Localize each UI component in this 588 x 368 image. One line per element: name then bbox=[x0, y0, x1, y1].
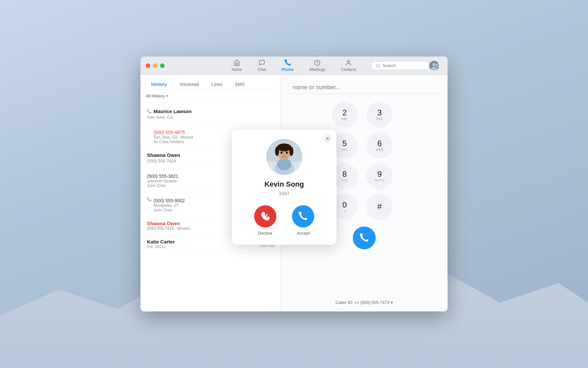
accept-button[interactable] bbox=[292, 205, 314, 227]
caller-name: Maurice Lawson bbox=[154, 109, 192, 114]
caller-avatar bbox=[266, 139, 302, 175]
decline-icon bbox=[261, 212, 270, 221]
search-icon bbox=[376, 63, 381, 68]
nav-tabs: Home Chat Phone bbox=[229, 58, 359, 73]
sub-tabs: History Voicemail Lines SMS bbox=[140, 75, 281, 90]
modal-close-button[interactable]: ✕ bbox=[323, 134, 332, 143]
nav-label-contacts: Contacts bbox=[341, 67, 356, 72]
phone-icon bbox=[284, 59, 291, 66]
svg-point-12 bbox=[277, 143, 291, 151]
accept-icon bbox=[299, 212, 308, 221]
traffic-lights bbox=[146, 63, 165, 68]
search-input[interactable] bbox=[383, 63, 425, 68]
filter-label: All History bbox=[146, 93, 165, 98]
decline-button[interactable] bbox=[254, 205, 276, 227]
incoming-caller-name: Kevin Song bbox=[264, 180, 304, 189]
online-status-dot bbox=[436, 64, 440, 67]
key-9[interactable]: 9 WXYZ bbox=[367, 163, 393, 189]
nav-item-chat[interactable]: Chat bbox=[255, 58, 269, 73]
nav-item-home[interactable]: Home bbox=[229, 58, 245, 73]
key-3[interactable]: 3 DEF bbox=[367, 102, 393, 128]
phone-call-icon bbox=[147, 197, 152, 202]
caller-id: Caller ID: +1 (500) 555-7473 ▾ bbox=[335, 300, 393, 305]
caller-name: Shawna Owen bbox=[147, 221, 189, 226]
tab-lines[interactable]: Lines bbox=[206, 79, 228, 90]
chat-icon bbox=[258, 59, 266, 66]
close-button[interactable] bbox=[146, 63, 150, 68]
key-2[interactable]: 2 ABC bbox=[332, 102, 358, 128]
call-button[interactable] bbox=[353, 226, 376, 249]
minimize-button[interactable] bbox=[153, 63, 157, 68]
call-item-info: Shawna Owen (500) 555-7429 · Missed bbox=[147, 221, 189, 231]
svg-point-10 bbox=[277, 159, 291, 170]
home-icon bbox=[233, 59, 240, 66]
meetings-icon bbox=[314, 59, 321, 66]
incoming-call-modal: ✕ bbox=[232, 130, 336, 245]
tab-voicemail[interactable]: Voicemail bbox=[174, 79, 204, 90]
app-window: Home Chat Phone bbox=[140, 57, 448, 311]
call-icon bbox=[360, 233, 369, 243]
phone-call-icon bbox=[147, 109, 152, 114]
caller-ext: Ext. 20112 bbox=[147, 244, 175, 249]
dial-search bbox=[287, 81, 441, 94]
accept-label: Accept bbox=[297, 231, 310, 236]
call-item-info: Maurice Lawson San Jose, CA bbox=[147, 109, 192, 120]
call-number-missed: (500) 555-7429 · Missed bbox=[147, 226, 189, 231]
list-item[interactable]: Maurice Lawson San Jose, CA bbox=[140, 105, 281, 124]
svg-point-2 bbox=[377, 64, 380, 67]
caller-name: Katie Carter bbox=[147, 239, 175, 244]
contacts-icon bbox=[345, 59, 352, 66]
maximize-button[interactable] bbox=[160, 63, 165, 68]
call-item-info: Katie Carter Ext. 20112 bbox=[147, 239, 175, 249]
key-6[interactable]: 6 MNO bbox=[367, 132, 393, 159]
search-bar[interactable] bbox=[371, 61, 430, 70]
call-item-header: Maurice Lawson San Jose, CA bbox=[147, 109, 274, 120]
svg-point-16 bbox=[286, 152, 288, 154]
svg-point-6 bbox=[431, 67, 437, 71]
tab-sms[interactable]: SMS bbox=[229, 79, 250, 90]
tab-history[interactable]: History bbox=[146, 79, 172, 90]
call-owner: John Chen bbox=[154, 208, 185, 212]
svg-point-14 bbox=[289, 147, 293, 156]
caller-avatar-image bbox=[266, 139, 302, 175]
chevron-down-icon: ▾ bbox=[166, 94, 168, 98]
dial-input[interactable] bbox=[287, 81, 441, 94]
key-hash[interactable]: # bbox=[367, 194, 393, 220]
nav-label-meetings: Meetings bbox=[309, 67, 325, 72]
call-item-detail: (500) 555-9502 Montpelier, VT John Chen bbox=[154, 196, 185, 212]
nav-item-phone[interactable]: Phone bbox=[279, 58, 296, 73]
caller-number: (500) 555-9502 bbox=[154, 198, 185, 203]
incoming-caller-ext: 3487 bbox=[279, 191, 289, 196]
caller-location: San Jose, CA bbox=[147, 115, 192, 120]
title-bar: Home Chat Phone bbox=[140, 57, 448, 75]
nav-item-meetings[interactable]: Meetings bbox=[307, 58, 328, 73]
accept-action: Accept bbox=[292, 205, 314, 236]
decline-action: Decline bbox=[254, 205, 276, 236]
svg-point-5 bbox=[433, 63, 436, 66]
svg-line-3 bbox=[379, 66, 380, 67]
nav-item-contacts[interactable]: Contacts bbox=[338, 58, 359, 73]
call-actions: Decline Accept bbox=[254, 205, 314, 236]
nav-label-phone: Phone bbox=[282, 67, 294, 72]
svg-point-13 bbox=[275, 147, 279, 156]
call-location: Montpelier, VT bbox=[154, 203, 185, 208]
caller-id-label: Caller ID: +1 (500) 555-7473 bbox=[335, 300, 389, 305]
svg-point-1 bbox=[348, 60, 350, 63]
decline-label: Decline bbox=[258, 231, 272, 236]
caller-id-chevron: ▾ bbox=[391, 300, 393, 305]
nav-label-home: Home bbox=[232, 67, 242, 72]
keypad: 2 ABC 3 DEF 5 JKL 6 MNO 8 bbox=[332, 102, 397, 220]
nav-label-chat: Chat bbox=[258, 67, 266, 72]
filter-row[interactable]: All History ▾ bbox=[140, 90, 281, 102]
svg-point-15 bbox=[281, 152, 283, 154]
